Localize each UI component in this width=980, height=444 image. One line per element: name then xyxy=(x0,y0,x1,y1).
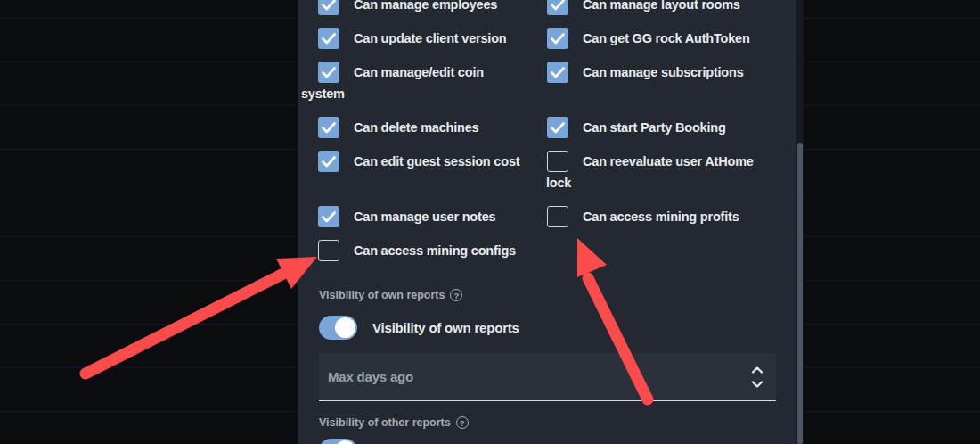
toggle-knob xyxy=(335,440,355,444)
own-reports-section-label: Visibility of own reports ? xyxy=(319,289,775,301)
own-reports-toggle-row: Visibility of own reports xyxy=(319,316,775,340)
permission-can-manage-user-notes[interactable]: Can manage user notes xyxy=(301,206,546,227)
own-reports-section-text: Visibility of own reports xyxy=(319,289,445,301)
permission-can-access-mining-profits[interactable]: Can access mining profits xyxy=(546,206,775,227)
checkbox-checked-icon[interactable] xyxy=(318,206,339,227)
checkbox-unchecked-icon[interactable] xyxy=(318,240,339,261)
permission-can-manage-layout-rooms[interactable]: Can manage layout rooms xyxy=(546,0,775,15)
scrollbar-track[interactable] xyxy=(796,0,804,444)
permission-label: Can get GG rock AuthToken xyxy=(583,31,750,45)
other-reports-section-text: Visibility of other reports xyxy=(319,416,451,429)
checkbox-unchecked-icon[interactable] xyxy=(547,206,568,227)
help-icon[interactable]: ? xyxy=(456,416,469,429)
own-reports-toggle[interactable] xyxy=(319,316,357,340)
checkbox-checked-icon[interactable] xyxy=(318,28,339,49)
checkbox-checked-icon[interactable] xyxy=(547,0,568,15)
permissions-panel: Can manage employees Can manage layout r… xyxy=(298,0,796,444)
permission-can-start-party-booking[interactable]: Can start Party Booking xyxy=(546,117,775,138)
permission-can-manage-employees[interactable]: Can manage employees xyxy=(301,0,546,15)
other-reports-section-label: Visibility of other reports ? xyxy=(319,416,775,429)
checkbox-checked-icon[interactable] xyxy=(318,62,339,83)
permission-label: Can manage layout rooms xyxy=(583,0,740,12)
permission-label: Can edit guest session cost xyxy=(354,154,519,169)
permission-label: Can reevaluate user AtHome lock xyxy=(546,154,754,190)
permission-can-edit-guest-session-cost[interactable]: Can edit guest session cost xyxy=(301,151,546,172)
own-reports-toggle-label: Visibility of own reports xyxy=(372,320,519,335)
max-days-ago-placeholder: Max days ago xyxy=(328,369,413,384)
scrollbar-thumb[interactable] xyxy=(797,143,803,444)
permission-label: Can access mining profits xyxy=(583,210,739,224)
permission-label: Can delete machines xyxy=(354,120,478,135)
permission-label: Can manage employees xyxy=(354,0,497,12)
permission-can-update-client-version[interactable]: Can update client version xyxy=(301,28,546,49)
checkbox-checked-icon[interactable] xyxy=(318,151,339,172)
permission-label: Can manage user notes xyxy=(354,210,495,224)
toggle-knob xyxy=(335,317,355,338)
number-stepper xyxy=(750,353,764,400)
permission-can-access-mining-configs[interactable]: Can access mining configs xyxy=(301,240,546,261)
help-icon[interactable]: ? xyxy=(450,289,462,301)
checkbox-checked-icon[interactable] xyxy=(318,117,339,138)
permission-label: Can start Party Booking xyxy=(583,120,726,135)
checkbox-unchecked-icon[interactable] xyxy=(547,151,568,172)
checkbox-checked-icon[interactable] xyxy=(547,62,568,83)
max-days-ago-input[interactable]: Max days ago xyxy=(319,353,776,401)
chevron-down-icon[interactable] xyxy=(750,380,764,388)
checkbox-checked-icon[interactable] xyxy=(318,0,339,15)
permission-can-get-gg-rock-authtoken[interactable]: Can get GG rock AuthToken xyxy=(546,28,775,49)
permission-label: Can update client version xyxy=(354,31,506,45)
permission-label: Can access mining configs xyxy=(354,243,516,258)
permission-can-manage-edit-coin-system[interactable]: Can manage/edit coin system xyxy=(301,62,508,104)
page-background: Can manage employees Can manage layout r… xyxy=(0,0,980,444)
chevron-up-icon[interactable] xyxy=(750,366,764,374)
permission-can-manage-subscriptions[interactable]: Can manage subscriptions xyxy=(546,62,775,83)
permission-label: Can manage subscriptions xyxy=(583,65,744,79)
permissions-grid: Can manage employees Can manage layout r… xyxy=(301,0,775,261)
checkbox-checked-icon[interactable] xyxy=(547,28,568,49)
permission-can-reevaluate-user-athome-lock[interactable]: Can reevaluate user AtHome lock xyxy=(546,151,762,193)
checkbox-checked-icon[interactable] xyxy=(547,117,568,138)
other-reports-toggle[interactable] xyxy=(319,439,357,444)
permission-can-delete-machines[interactable]: Can delete machines xyxy=(301,117,546,138)
